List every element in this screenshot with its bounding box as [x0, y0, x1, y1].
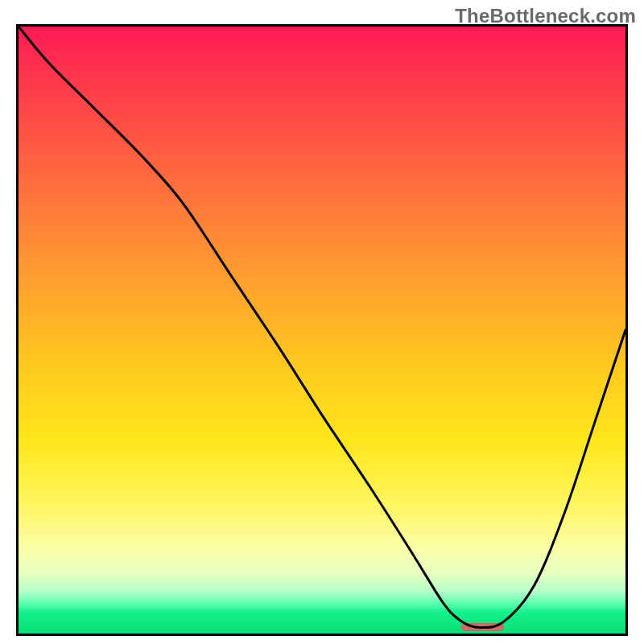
bottleneck-chart: TheBottleneck.com — [0, 0, 644, 644]
plot-frame — [16, 24, 628, 636]
bottleneck-curve — [19, 27, 625, 634]
